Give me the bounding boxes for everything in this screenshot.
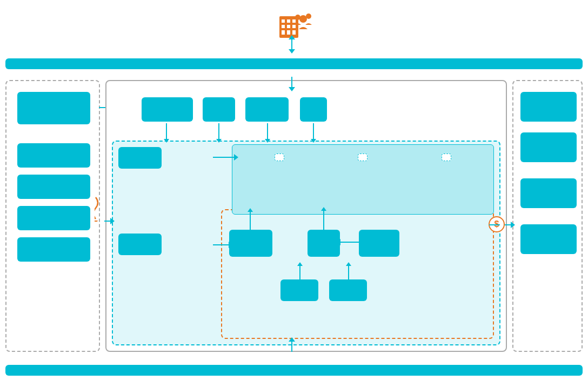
arrow-main-to-bottom: [291, 341, 292, 352]
eni-box: [308, 230, 340, 257]
arrow-banner-to-main: [291, 77, 292, 88]
pay-as-you-go-box: [520, 132, 577, 162]
svg-rect-2: [287, 19, 290, 23]
building-icon: [275, 5, 313, 47]
preemptible-instance-box: [520, 178, 577, 208]
ssh-key-pair-box: [245, 97, 289, 122]
tag-box: [300, 97, 327, 122]
svg-rect-1: [282, 19, 285, 23]
auto-scaling-box: [17, 206, 90, 230]
launch-template-box: [17, 175, 90, 199]
instance-box: [232, 144, 494, 215]
cloud-assistant-box: [142, 97, 193, 122]
cloud-migration-tool-box: [17, 92, 90, 124]
bottom-banner: [5, 365, 583, 376]
svg-rect-6: [292, 25, 296, 28]
main-panel: [105, 80, 507, 352]
svg-point-10: [299, 15, 307, 23]
left-panel: [5, 80, 100, 352]
svg-marker-13: [95, 221, 98, 222]
metadata-box: [275, 154, 284, 161]
ros-box: [17, 237, 90, 262]
instance-label: [232, 145, 493, 148]
svg-point-11: [306, 14, 311, 19]
internet-ip-box: [280, 279, 318, 301]
ram-box: [203, 97, 235, 122]
svg-point-12: [295, 15, 300, 20]
top-banner: [5, 58, 583, 69]
svg-rect-8: [287, 30, 290, 35]
squiggle-arrow: [95, 195, 111, 222]
right-panel: [512, 80, 583, 352]
userdata-box: [358, 154, 368, 161]
svg-rect-5: [287, 25, 290, 28]
block-storage-box: [229, 230, 272, 257]
security-group-box: [359, 230, 399, 257]
snapshot-box: [118, 234, 162, 255]
intranet-ip-box: [329, 279, 367, 301]
svg-rect-3: [292, 19, 296, 23]
inner-teal-box: [112, 141, 500, 345]
arrow-building-to-banner: [291, 39, 292, 50]
svg-rect-7: [282, 30, 285, 35]
system-event-box: [442, 154, 451, 161]
reserved-instance-box: [520, 224, 577, 254]
image-box: [118, 147, 162, 169]
subscription-box: [520, 92, 577, 122]
vpc-classic-box: [221, 209, 494, 339]
deployment-set-box: [17, 143, 90, 168]
svg-rect-4: [282, 25, 285, 28]
svg-rect-9: [292, 30, 296, 35]
